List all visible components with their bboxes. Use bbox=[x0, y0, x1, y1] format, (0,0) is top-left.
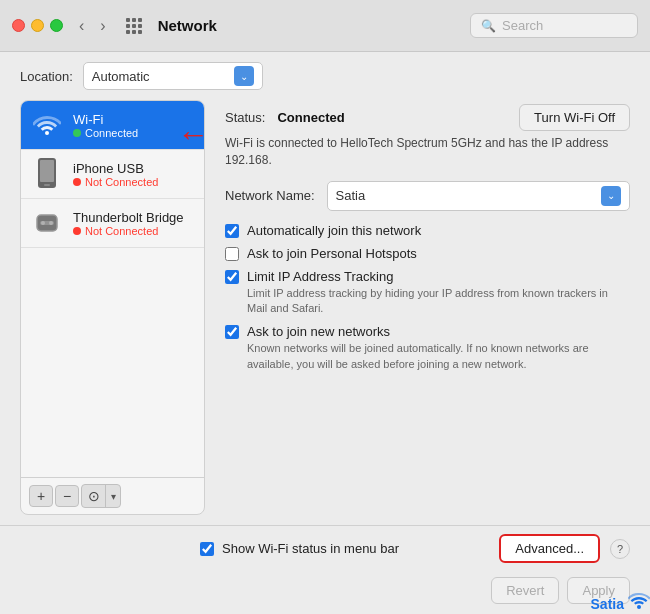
back-button[interactable]: ‹ bbox=[75, 15, 88, 37]
sidebar-item-thunderbolt[interactable]: Thunderbolt Bridge Not Connected bbox=[21, 199, 204, 248]
action-dropdown-arrow-icon[interactable]: ▾ bbox=[106, 485, 120, 507]
checkbox-limit-ip: Limit IP Address Tracking Limit IP addre… bbox=[225, 269, 630, 317]
bottom-bar: Show Wi-Fi status in menu bar Advanced..… bbox=[0, 525, 650, 571]
advanced-button[interactable]: Advanced... bbox=[499, 534, 600, 563]
footer-actions: Revert Apply Satia bbox=[0, 571, 650, 614]
iphone-usb-status-dot bbox=[73, 178, 81, 186]
svg-rect-1 bbox=[40, 160, 54, 182]
iphone-usb-item-name: iPhone USB bbox=[73, 161, 158, 176]
network-name-select[interactable]: Satia ⌄ bbox=[327, 181, 630, 211]
svg-rect-6 bbox=[40, 221, 54, 225]
traffic-lights bbox=[12, 19, 63, 32]
content-area: Wi-Fi Connected iPhone U bbox=[0, 100, 650, 525]
maximize-button[interactable] bbox=[50, 19, 63, 32]
status-row: Status: Connected Turn Wi-Fi Off bbox=[225, 100, 630, 131]
wifi-icon bbox=[31, 109, 63, 141]
minimize-button[interactable] bbox=[31, 19, 44, 32]
wifi-status-text: Connected bbox=[85, 127, 138, 139]
limit-ip-checkbox[interactable] bbox=[225, 270, 239, 284]
forward-button[interactable]: › bbox=[96, 15, 109, 37]
new-networks-description: Known networks will be joined automatica… bbox=[247, 341, 630, 372]
thunderbolt-status-dot bbox=[73, 227, 81, 235]
add-network-button[interactable]: + bbox=[29, 485, 53, 507]
auto-join-checkbox[interactable] bbox=[225, 224, 239, 238]
checkbox-personal-hotspot: Ask to join Personal Hotspots bbox=[225, 246, 630, 261]
thunderbolt-status-text: Not Connected bbox=[85, 225, 158, 237]
location-select[interactable]: Automatic ⌄ bbox=[83, 62, 263, 90]
iphone-usb-status-text: Not Connected bbox=[85, 176, 158, 188]
search-box[interactable]: 🔍 bbox=[470, 13, 638, 38]
location-bar: Location: Automatic ⌄ bbox=[0, 52, 650, 100]
close-button[interactable] bbox=[12, 19, 25, 32]
show-wifi-row: Show Wi-Fi status in menu bar bbox=[0, 541, 489, 556]
svg-rect-2 bbox=[44, 184, 50, 186]
help-button[interactable]: ? bbox=[610, 539, 630, 559]
sidebar: Wi-Fi Connected iPhone U bbox=[20, 100, 205, 515]
iphone-usb-item-status: Not Connected bbox=[73, 176, 158, 188]
sidebar-item-iphone-usb[interactable]: iPhone USB Not Connected bbox=[21, 150, 204, 199]
revert-button[interactable]: Revert bbox=[491, 577, 559, 604]
thunderbolt-item-status: Not Connected bbox=[73, 225, 184, 237]
watermark-wifi-icon bbox=[628, 593, 650, 614]
location-label: Location: bbox=[20, 69, 73, 84]
personal-hotspot-label: Ask to join Personal Hotspots bbox=[247, 246, 417, 261]
app-grid-icon[interactable] bbox=[126, 18, 142, 34]
thunderbolt-item-info: Thunderbolt Bridge Not Connected bbox=[73, 210, 184, 237]
window-title: Network bbox=[158, 17, 462, 34]
checkbox-new-networks: Ask to join new networks Known networks … bbox=[225, 324, 630, 372]
personal-hotspot-checkbox[interactable] bbox=[225, 247, 239, 261]
arrow-indicator: ← bbox=[177, 116, 209, 153]
location-value: Automatic bbox=[92, 69, 226, 84]
wifi-item-info: Wi-Fi Connected bbox=[73, 112, 138, 139]
show-wifi-checkbox[interactable] bbox=[200, 542, 214, 556]
thunderbolt-icon bbox=[31, 207, 63, 239]
action-dropdown-main[interactable]: ⊙ bbox=[82, 485, 106, 507]
checkbox-group: Automatically join this network Ask to j… bbox=[225, 223, 630, 373]
network-name-row: Network Name: Satia ⌄ bbox=[225, 181, 630, 211]
new-networks-label: Ask to join new networks bbox=[247, 324, 390, 339]
turn-wifi-off-button[interactable]: Turn Wi-Fi Off bbox=[519, 104, 630, 131]
network-select-arrow-icon: ⌄ bbox=[601, 186, 621, 206]
checkbox-auto-join: Automatically join this network bbox=[225, 223, 630, 238]
wifi-item-status: Connected bbox=[73, 127, 138, 139]
action-dropdown[interactable]: ⊙ ▾ bbox=[81, 484, 121, 508]
main-content: Location: Automatic ⌄ Wi-Fi bbox=[0, 52, 650, 614]
iphone-usb-icon bbox=[31, 158, 63, 190]
titlebar: ‹ › Network 🔍 bbox=[0, 0, 650, 52]
watermark-text: Satia bbox=[591, 596, 624, 612]
status-value: Connected bbox=[277, 110, 344, 125]
remove-network-button[interactable]: − bbox=[55, 485, 79, 507]
status-label: Status: bbox=[225, 110, 265, 125]
watermark: Satia bbox=[591, 593, 650, 614]
status-description: Wi-Fi is connected to HelloTech Spectrum… bbox=[225, 135, 630, 169]
wifi-status-dot bbox=[73, 129, 81, 137]
right-panel: ← Status: Connected Turn Wi-Fi Off Wi-Fi… bbox=[205, 100, 630, 515]
thunderbolt-item-name: Thunderbolt Bridge bbox=[73, 210, 184, 225]
search-icon: 🔍 bbox=[481, 19, 496, 33]
new-networks-checkbox[interactable] bbox=[225, 325, 239, 339]
limit-ip-description: Limit IP address tracking by hiding your… bbox=[247, 286, 630, 317]
location-dropdown-arrow: ⌄ bbox=[234, 66, 254, 86]
search-input[interactable] bbox=[502, 18, 622, 33]
show-wifi-label: Show Wi-Fi status in menu bar bbox=[222, 541, 399, 556]
iphone-usb-item-info: iPhone USB Not Connected bbox=[73, 161, 158, 188]
limit-ip-label: Limit IP Address Tracking bbox=[247, 269, 393, 284]
auto-join-label: Automatically join this network bbox=[247, 223, 421, 238]
sidebar-controls: + − ⊙ ▾ bbox=[21, 477, 204, 514]
wifi-item-name: Wi-Fi bbox=[73, 112, 138, 127]
network-name-value: Satia bbox=[336, 188, 593, 203]
network-name-label: Network Name: bbox=[225, 188, 315, 203]
